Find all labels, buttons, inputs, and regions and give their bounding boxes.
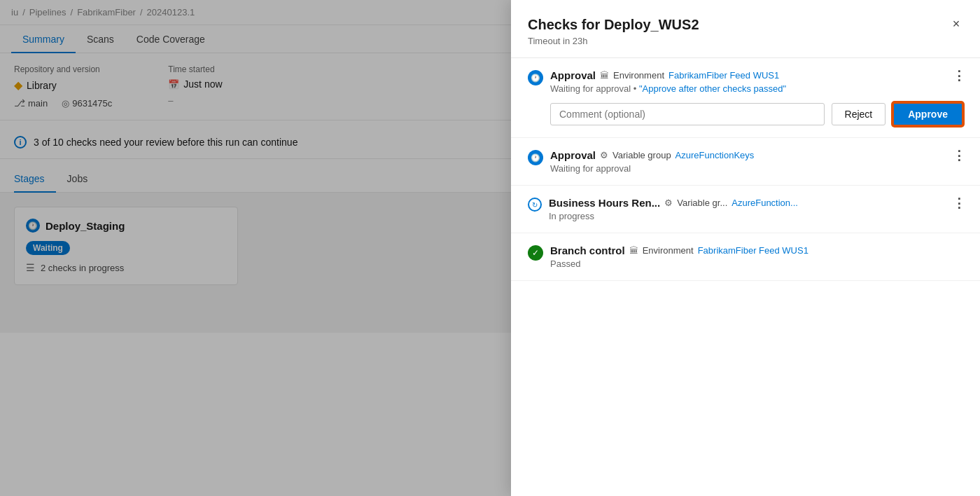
more-options-1[interactable]: ⋮	[953, 68, 966, 83]
check-scope-icon-3: ⚙	[664, 198, 673, 208]
comment-input-1[interactable]	[550, 103, 825, 125]
check-status-inprogress-3: ↻	[528, 198, 542, 212]
more-options-3[interactable]: ⋮	[953, 195, 966, 211]
check-scope-type-3: Variable gr...	[677, 198, 727, 208]
check-item-approval-1: 🕐 Approval 🏛 Environment FabrikamFiber F…	[511, 58, 980, 138]
checks-modal: Checks for Deploy_WUS2 Timeout in 23h × …	[511, 0, 980, 496]
check-scope-type-4: Environment	[643, 245, 694, 256]
more-options-2[interactable]: ⋮	[953, 148, 966, 163]
check-main-4: Branch control 🏛 Environment FabrikamFib…	[550, 244, 963, 269]
check-subtitle-3: In progress	[549, 211, 963, 221]
modal-title: Checks for Deploy_WUS2	[528, 17, 963, 33]
check-scope-icon-2: ⚙	[600, 150, 608, 160]
check-scope-link-2[interactable]: AzureFunctionKeys	[676, 150, 755, 160]
check-status-waiting-2: 🕐	[528, 150, 543, 165]
check-scope-type-1: Environment	[613, 70, 664, 81]
approval-actions-1: Reject Approve	[550, 102, 963, 126]
check-item-approval-2: 🕐 Approval ⚙ Variable group AzureFunctio…	[511, 138, 980, 186]
check-item-branch-control: ✓ Branch control 🏛 Environment FabrikamF…	[511, 233, 980, 281]
check-subtitle-1: Waiting for approval • "Approve after ot…	[550, 83, 963, 94]
modal-body: 🕐 Approval 🏛 Environment FabrikamFiber F…	[511, 58, 980, 496]
check-name-3: Business Hours Ren...	[549, 197, 660, 209]
check-item-business-hours: ↻ Business Hours Ren... ⚙ Variable gr...…	[511, 186, 980, 233]
check-main-3: Business Hours Ren... ⚙ Variable gr... A…	[549, 197, 963, 221]
check-condition-link-1[interactable]: "Approve after other checks passed"	[639, 83, 786, 94]
check-scope-link-4[interactable]: FabrikamFiber Feed WUS1	[698, 245, 808, 256]
check-status-passed-4: ✓	[528, 245, 543, 261]
close-button[interactable]: ×	[946, 14, 966, 34]
approve-button-1[interactable]: Approve	[892, 102, 963, 126]
check-scope-icon-4: 🏛	[629, 245, 638, 256]
modal-subtitle: Timeout in 23h	[528, 36, 963, 46]
check-subtitle-2: Waiting for approval	[550, 163, 963, 174]
reject-button-1[interactable]: Reject	[832, 103, 886, 125]
check-main-2: Approval ⚙ Variable group AzureFunctionK…	[550, 149, 963, 174]
check-name-1: Approval	[550, 69, 596, 81]
check-scope-type-2: Variable group	[612, 150, 671, 160]
check-main-1: Approval 🏛 Environment FabrikamFiber Fee…	[550, 69, 963, 94]
check-scope-link-1[interactable]: FabrikamFiber Feed WUS1	[668, 70, 779, 81]
check-name-4: Branch control	[550, 244, 625, 256]
check-name-2: Approval	[550, 149, 596, 161]
check-status-waiting-1: 🕐	[528, 70, 543, 85]
modal-header: Checks for Deploy_WUS2 Timeout in 23h ×	[511, 0, 980, 58]
check-subtitle-4: Passed	[550, 259, 963, 269]
check-scope-icon-1: 🏛	[600, 70, 609, 81]
check-scope-link-3[interactable]: AzureFunction...	[732, 198, 798, 208]
